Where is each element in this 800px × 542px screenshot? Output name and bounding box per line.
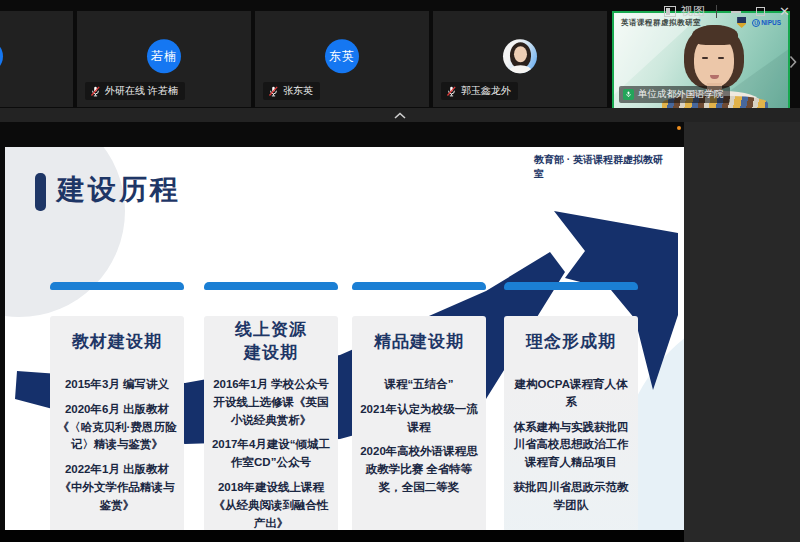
timeline-card-4: 理念形成期 建构OCPA课程育人体系 体系建构与实践获批四川省高校思想政治工作课…: [504, 282, 638, 528]
view-button-label: 视图: [681, 3, 705, 20]
card-top-bar: [204, 282, 338, 290]
timeline-card-2: 线上资源建设期 2016年1月 学校公众号开设线上选修课《英国小说经典赏析》 2…: [204, 282, 338, 528]
participant-label: 张东英: [263, 82, 320, 100]
card-items: 建构OCPA课程育人体系 体系建构与实践获批四川省高校思想政治工作课程育人精品项…: [509, 376, 633, 515]
active-speaker-tile[interactable]: 英语课程群虚拟教研室 U NIPUS 单位成都外国语学院: [612, 11, 790, 110]
speaker-name: 单位成都外国语学院: [638, 88, 724, 101]
card-items: 课程“五结合” 2021年认定为校级一流课程 2020年高校外语课程思政教学比赛…: [357, 376, 481, 497]
card-header: 精品建设期: [357, 316, 481, 368]
card-items: 2016年1月 学校公众号开设线上选修课《英国小说经典赏析》 2017年4月建设…: [209, 376, 333, 530]
card-item: 2015年3月 编写讲义: [55, 376, 179, 394]
titlebar-divider: [716, 5, 717, 18]
participant-name: 张东英: [283, 84, 313, 98]
meeting-window: 视图 ✕ 若楠 外研在线 许若楠 东英 张东英 郭玉鑫龙外: [0, 0, 800, 542]
card-body: 理念形成期 建构OCPA课程育人体系 体系建构与实践获批四川省高校思想政治工作课…: [504, 316, 638, 530]
timeline-card-3: 精品建设期 课程“五结合” 2021年认定为校级一流课程 2020年高校外语课程…: [352, 282, 486, 528]
avatar: [0, 39, 3, 73]
video-tile[interactable]: 郭玉鑫龙外: [433, 11, 607, 107]
slide-title: 建设历程: [57, 171, 181, 209]
card-item: 2017年4月建设“倾城工作室CD”公众号: [209, 436, 333, 472]
video-tile-partial[interactable]: [0, 11, 73, 107]
collapse-strip-bar[interactable]: [0, 108, 800, 122]
card-items: 2015年3月 编写讲义 2020年6月 出版教材《〈哈克贝利·费恩历险记〉精读…: [55, 376, 179, 515]
chevron-up-icon: [393, 112, 407, 119]
chevron-right-icon: [789, 55, 797, 69]
slide-title-block: 建设历程: [35, 171, 181, 211]
slide-affiliation: 教育部 · 英语课程群虚拟教研室: [534, 153, 668, 180]
card-item: 2022年1月 出版教材《中外文学作品精读与鉴赏》: [55, 461, 179, 514]
card-item: 体系建构与实践获批四川省高校思想政治工作课程育人精品项目: [509, 419, 633, 472]
card-item: 课程“五结合”: [357, 376, 481, 394]
expand-panel-arrow[interactable]: [789, 54, 799, 70]
video-tile[interactable]: 若楠 外研在线 许若楠: [77, 11, 251, 107]
mic-active-icon: [623, 89, 634, 100]
minimize-button[interactable]: [731, 11, 741, 13]
card-top-bar: [504, 282, 638, 290]
close-button[interactable]: ✕: [779, 5, 790, 18]
screen-share-letterbox: [0, 530, 684, 542]
card-body: 精品建设期 课程“五结合” 2021年认定为校级一流课程 2020年高校外语课程…: [352, 316, 486, 530]
shared-slide: 建设历程 教育部 · 英语课程群虚拟教研室 教材建设期 2015年3月 编写讲义…: [5, 147, 684, 530]
speaker-eye: [702, 57, 708, 59]
card-top-bar: [352, 282, 486, 290]
mic-muted-icon: [90, 86, 101, 97]
avatar: 若楠: [147, 39, 181, 73]
card-body: 教材建设期 2015年3月 编写讲义 2020年6月 出版教材《〈哈克贝利·费恩…: [50, 316, 184, 530]
maximize-button[interactable]: [756, 7, 765, 16]
timeline-card-1: 教材建设期 2015年3月 编写讲义 2020年6月 出版教材《〈哈克贝利·费恩…: [50, 282, 184, 528]
avatar: 东英: [325, 39, 359, 73]
card-body: 线上资源建设期 2016年1月 学校公众号开设线上选修课《英国小说经典赏析》 2…: [204, 316, 338, 530]
card-header: 理念形成期: [509, 316, 633, 368]
card-item: 2020年高校外语课程思政教学比赛 全省特等奖，全国二等奖: [357, 443, 481, 496]
participant-name: 郭玉鑫龙外: [461, 84, 511, 98]
card-item: 建构OCPA课程育人体系: [509, 376, 633, 412]
card-item: 2020年6月 出版教材《〈哈克贝利·费恩历险记〉精读与鉴赏》: [55, 401, 179, 454]
speaker-fringe: [692, 25, 738, 45]
video-tile[interactable]: 东英 张东英: [255, 11, 429, 107]
speaker-label: 单位成都外国语学院: [619, 86, 730, 103]
card-item: 2018年建设线上课程《从经典阅读到融合性产出》: [209, 479, 333, 530]
mic-muted-icon: [446, 86, 457, 97]
card-header: 教材建设期: [55, 316, 179, 368]
status-dot: [677, 126, 681, 130]
participant-label: 郭玉鑫龙外: [441, 82, 518, 100]
view-layout-icon: [664, 6, 676, 17]
card-top-bar: [50, 282, 184, 290]
avatar-photo: [503, 39, 537, 73]
card-item: 2016年1月 学校公众号开设线上选修课《英国小说经典赏析》: [209, 376, 333, 429]
card-item: 2021年认定为校级一流课程: [357, 401, 481, 437]
avatar-face: [514, 46, 527, 62]
participant-label: 外研在线 许若楠: [85, 82, 185, 100]
unipus-text: NIPUS: [761, 19, 781, 26]
card-header: 线上资源建设期: [209, 316, 333, 368]
screen-share-margin: [684, 122, 800, 542]
titlebar: 视图 ✕: [664, 3, 790, 20]
speaker-eye: [718, 57, 724, 59]
mic-muted-icon: [268, 86, 279, 97]
participant-name: 外研在线 许若楠: [105, 84, 178, 98]
title-accent-bar: [35, 173, 46, 211]
view-button[interactable]: 视图: [664, 3, 705, 20]
avatar-body: [509, 65, 532, 73]
card-item: 获批四川省思政示范教学团队: [509, 479, 633, 515]
